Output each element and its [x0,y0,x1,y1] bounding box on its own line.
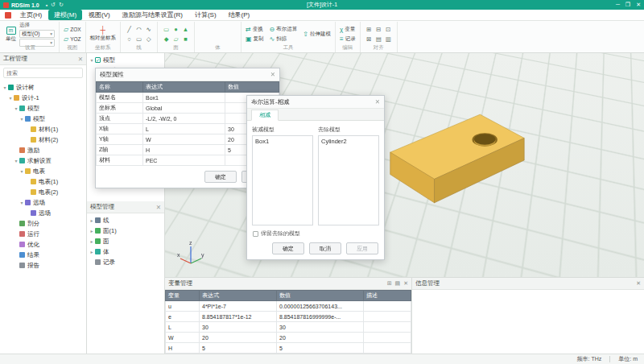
search-input[interactable] [3,68,83,78]
property-expr-cell[interactable]: W [143,134,225,145]
tree-item-report[interactable]: 报告 [0,260,86,271]
tree-item-mgr-lines[interactable]: ▸线 [87,215,164,225]
undo-icon[interactable]: ↺ [51,2,56,8]
variable-expr-cell[interactable]: 20 [200,333,277,343]
close-icon[interactable]: ✕ [636,280,641,287]
circle-curve-icon[interactable]: ○ [125,35,134,43]
expander-icon[interactable]: ▾ [89,57,95,63]
expander-icon[interactable]: ▸ [89,217,95,223]
menu-home[interactable]: 主页(H) [14,10,47,20]
polygon-curve-icon[interactable]: ◇ [144,35,153,43]
circle-face-icon[interactable]: ● [171,25,180,34]
checkbox-checked[interactable]: ✓ [95,57,101,63]
boolean-button[interactable]: ⊖ 布尔运算 [270,26,298,33]
expander-icon[interactable]: ▸ [89,249,95,254]
property-expr-cell[interactable]: Global [143,103,225,114]
menu-excitation-results[interactable]: 激励源与结果设置(R) [117,10,188,20]
expander-icon[interactable]: ▾ [19,116,25,122]
filled-face-icon[interactable]: ■ [181,35,190,43]
redo-icon[interactable]: ↻ [59,2,64,8]
align-middle-icon[interactable]: ▤ [374,35,383,43]
align-left-icon[interactable]: ⊞ [365,25,374,34]
align-right-icon[interactable]: ⊡ [384,25,393,34]
list-item-cylinder2[interactable]: Cylinder2 [321,138,376,145]
tree-item-mesh[interactable]: 剖分 [0,218,86,229]
tree-item-material-1[interactable]: 材料(1) [0,124,86,134]
extrude-button[interactable]: ⇧ 拉伸建模 [303,31,331,38]
unit-button[interactable]: m 单位 [6,27,16,43]
expander-icon[interactable]: ▾ [13,158,19,163]
property-expr-cell[interactable]: Box1 [143,93,225,103]
variable-expr-cell[interactable]: 8.854187817*1e-12 [200,312,277,322]
minimize-button[interactable]: ─ [616,2,620,8]
tree-item-meter-2[interactable]: 电表(2) [0,187,86,197]
tree-item-excitation[interactable]: 激励 [0,145,86,155]
tree-item-model[interactable]: ▾模型 [0,114,86,124]
variable-desc-cell[interactable] [364,333,411,343]
sweep-button[interactable]: ∿ 扫掠 [270,35,298,43]
copy-button[interactable]: ▣ 复制 [246,35,264,43]
rect-face-icon[interactable]: ▭ [162,25,171,34]
rect-curve-icon[interactable]: ▭ [134,35,143,43]
tree-item-optimize[interactable]: 优化 [0,239,86,250]
variable-expr-cell[interactable]: 30 [200,322,277,333]
line-segment-icon[interactable]: ╱ [125,25,134,34]
list-item-box1[interactable]: Box1 [255,138,310,145]
expander-icon[interactable]: ▾ [19,168,25,174]
property-expr-cell[interactable]: -L/2, -W/2, 0 [143,114,225,124]
tree-item-farfield[interactable]: 远场 [0,208,86,218]
yoz-view-button[interactable]: ▱ YOZ [64,35,81,43]
variable-name-cell[interactable]: e [166,312,200,322]
variable-expr-cell[interactable]: 4*PI*1e-7 [200,301,277,312]
variable-button[interactable]: χ 变量 [340,26,356,33]
variable-name-cell[interactable]: u [166,301,200,312]
triangle-face-icon[interactable]: ▲ [181,25,190,34]
align-bottom-icon[interactable]: ▥ [384,35,393,43]
model-solid-box-with-hole[interactable] [381,106,530,209]
menu-view[interactable]: 视图(V) [83,10,116,20]
ok-button[interactable]: 确定 [204,171,237,183]
expander-icon[interactable]: ▾ [2,85,8,90]
tree-item-farfield-group[interactable]: ▾远场 [0,197,86,208]
arc-icon[interactable]: ◠ [134,25,143,34]
close-icon[interactable]: ✕ [270,71,275,78]
apply-button[interactable]: 应用 [346,242,378,254]
menu-modeling[interactable]: 建模(M) [48,10,82,20]
tree-item-mgr-face[interactable]: ▸面 [87,236,164,246]
tree-item-solver-settings[interactable]: ▾求解设置 [0,155,86,166]
expander-icon[interactable]: ▸ [89,238,95,244]
spline-icon[interactable]: ∿ [144,25,153,34]
tree-item-run[interactable]: 运行 [0,229,86,239]
menu-solve[interactable]: 计算(S) [189,10,222,20]
add-variable-icon[interactable]: ⊞ [387,280,392,287]
ok-button[interactable]: 确定 [272,242,304,254]
keep-removed-checkbox[interactable] [253,231,258,237]
maximize-button[interactable]: ❐ [625,2,630,8]
relative-coordsys-button[interactable]: ┼ 相对坐标系 [90,27,117,42]
tab-subtract[interactable]: 相减 [251,110,279,121]
expander-icon[interactable]: ▾ [7,95,14,101]
variable-desc-cell[interactable] [364,343,411,354]
tree-item-meter-1[interactable]: 电表(1) [0,176,86,187]
expander-icon[interactable]: ▾ [13,105,19,111]
close-icon[interactable]: ✕ [156,204,161,211]
tree-item-meter-group[interactable]: ▾电表 [0,166,86,176]
zox-view-button[interactable]: ▱ ZOX [64,26,81,33]
align-top-icon[interactable]: ⊠ [365,35,374,43]
variable-name-cell[interactable]: W [166,333,200,343]
save-icon[interactable]: ▪ [46,2,47,8]
variable-name-cell[interactable]: L [166,322,200,333]
model-properties-dialog-header[interactable]: 模型属性 ✕ [96,68,279,81]
tree-item-design-1[interactable]: ▾设计-1 [0,93,86,103]
tree-item-mgr-solid[interactable]: ▸体 [87,246,164,257]
property-expr-cell[interactable]: L [143,124,225,134]
variable-list-icon[interactable]: ▤ [395,280,401,287]
parallelogram-face-icon[interactable]: ▱ [171,35,180,43]
tree-item-results[interactable]: 结果 [0,250,86,260]
tree-item-design-tree[interactable]: ▾设计树 [0,82,86,93]
variable-desc-cell[interactable] [364,312,411,322]
close-icon[interactable]: ✕ [375,98,380,105]
expander-icon[interactable]: ▾ [19,200,25,205]
boolean-dialog-header[interactable]: 布尔运算-相减 ✕ [247,96,384,109]
close-icon[interactable]: ✕ [403,280,408,287]
